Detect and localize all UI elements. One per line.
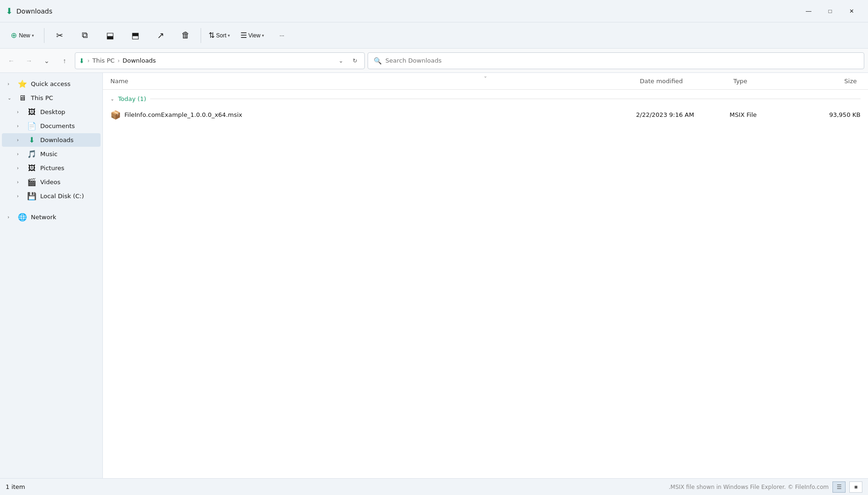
main-area: › ⭐ Quick access ⌄ 🖥 This PC › 🖼 Desktop… — [0, 73, 868, 478]
sidebar-item-documents[interactable]: › 📄 Documents — [2, 119, 101, 133]
sort-caret: ▾ — [228, 33, 230, 38]
pictures-icon: 🖼 — [27, 164, 36, 172]
paste-button[interactable]: ⬓ — [98, 24, 122, 47]
close-button[interactable]: ✕ — [841, 4, 862, 19]
search-bar[interactable]: 🔍 — [368, 52, 864, 69]
quick-access-expand: › — [7, 81, 14, 86]
address-dropdown-button[interactable]: ⌄ — [335, 55, 347, 66]
sidebar-item-pictures[interactable]: › 🖼 Pictures — [2, 161, 101, 175]
delete-button[interactable]: 🗑 — [174, 24, 198, 47]
pictures-expand: › — [17, 165, 23, 171]
back-button[interactable]: ← — [4, 53, 19, 68]
more-icon: ··· — [280, 32, 284, 39]
toolbar: ⊕ New ▾ ✂ ⧉ ⬓ ⬒ ↗ 🗑 ⇅ Sort ▾ ☰ View ▾ — [0, 22, 868, 49]
paste-special-button[interactable]: ⬒ — [123, 24, 147, 47]
view-caret: ▾ — [262, 33, 264, 38]
item-count: 1 item — [6, 483, 25, 490]
file-name: FileInfo.comExample_1.0.0.0_x64.msix — [124, 111, 636, 118]
sidebar-item-network[interactable]: › 🌐 Network — [2, 210, 101, 224]
local-disk-label: Local Disk (C:) — [40, 193, 84, 200]
sort-button[interactable]: ⇅ Sort ▾ — [204, 24, 235, 47]
sidebar-item-music[interactable]: › 🎵 Music — [2, 147, 101, 161]
downloads-label: Downloads — [40, 136, 73, 143]
address-downloads-icon: ⬇ — [79, 57, 85, 65]
sidebar: › ⭐ Quick access ⌄ 🖥 This PC › 🖼 Desktop… — [0, 73, 103, 478]
tiles-view-button[interactable]: ■ — [849, 481, 862, 493]
paste-special-icon: ⬒ — [131, 30, 139, 41]
address-row: ← → ⌄ ↑ ⬇ › This PC › Downloads ⌄ ↻ 🔍 — [0, 49, 868, 73]
this-pc-label: This PC — [31, 94, 53, 101]
more-button[interactable]: ··· — [270, 24, 294, 47]
this-pc-expand: ⌄ — [7, 95, 14, 100]
videos-expand: › — [17, 179, 23, 185]
col-header-size[interactable]: Size — [804, 78, 861, 85]
quick-access-icon: ⭐ — [18, 79, 27, 88]
up-button[interactable]: ↑ — [57, 53, 72, 68]
forward-button[interactable]: → — [22, 53, 36, 68]
music-expand: › — [17, 151, 23, 157]
file-date: 2/22/2023 9:16 AM — [636, 111, 730, 118]
paste-icon: ⬓ — [106, 30, 114, 41]
details-view-button[interactable]: ☰ — [832, 481, 846, 493]
local-disk-expand: › — [17, 194, 23, 199]
toolbar-sep-2 — [201, 28, 201, 43]
status-bar: 1 item .MSIX file shown in Windows File … — [0, 478, 868, 495]
address-bar[interactable]: ⬇ › This PC › Downloads ⌄ ↻ — [75, 52, 365, 69]
group-header-today: ⌄ Today (1) — [103, 92, 868, 106]
cut-icon: ✂ — [56, 30, 63, 41]
scroll-up-button[interactable]: ⌄ — [478, 73, 492, 79]
sidebar-item-local-disk[interactable]: › 💾 Local Disk (C:) — [2, 189, 101, 203]
quick-access-label: Quick access — [31, 80, 71, 87]
view-button[interactable]: ☰ View ▾ — [236, 24, 269, 47]
videos-icon: 🎬 — [27, 178, 36, 187]
sidebar-item-quick-access[interactable]: › ⭐ Quick access — [2, 77, 101, 91]
file-list: ⌄ Today (1) 📦 FileInfo.comExample_1.0.0.… — [103, 90, 868, 478]
expand-button[interactable]: ⌄ — [39, 53, 54, 68]
maximize-button[interactable]: □ — [819, 4, 841, 19]
table-row[interactable]: 📦 FileInfo.comExample_1.0.0.0_x64.msix 2… — [103, 106, 868, 123]
copy-icon: ⧉ — [82, 30, 88, 40]
group-line-today — [150, 99, 861, 99]
sidebar-item-downloads[interactable]: › ⬇ Downloads — [2, 133, 101, 147]
minimize-button[interactable]: — — [798, 4, 819, 19]
this-pc-icon: 🖥 — [18, 93, 27, 102]
new-icon: ⊕ — [11, 31, 17, 40]
content-area: ⌄ Name Date modified Type Size ⌄ Today (… — [103, 73, 868, 478]
downloads-title-icon: ⬇ — [6, 6, 13, 16]
desktop-icon: 🖼 — [27, 108, 36, 116]
sort-label: ⇅ Sort ▾ — [209, 31, 230, 40]
window-controls: — □ ✕ — [798, 4, 862, 19]
share-button[interactable]: ↗ — [148, 24, 173, 47]
documents-expand: › — [17, 123, 23, 129]
documents-label: Documents — [40, 122, 75, 129]
view-label: ☰ View ▾ — [240, 31, 264, 40]
network-label: Network — [31, 214, 56, 221]
network-icon: 🌐 — [18, 213, 27, 222]
file-size: 93,950 KB — [804, 111, 861, 118]
videos-label: Videos — [40, 179, 60, 186]
address-sep-1: › — [117, 57, 120, 64]
refresh-button[interactable]: ↻ — [349, 55, 361, 66]
search-input[interactable] — [385, 57, 858, 64]
group-expand-today[interactable]: ⌄ — [110, 96, 114, 101]
new-button[interactable]: ⊕ New ▾ — [4, 24, 41, 47]
network-expand: › — [7, 215, 14, 220]
column-header-row: ⌄ Name Date modified Type Size — [103, 73, 868, 90]
sidebar-item-desktop[interactable]: › 🖼 Desktop — [2, 105, 101, 119]
sidebar-item-this-pc[interactable]: ⌄ 🖥 This PC — [2, 91, 101, 105]
sidebar-item-videos[interactable]: › 🎬 Videos — [2, 175, 101, 189]
new-label: New ▾ — [19, 32, 34, 39]
music-icon: 🎵 — [27, 150, 36, 158]
col-header-name[interactable]: Name — [110, 78, 636, 85]
cut-button[interactable]: ✂ — [47, 24, 72, 47]
status-right: .MSIX file shown in Windows File Explore… — [669, 481, 862, 493]
music-label: Music — [40, 151, 58, 158]
downloads-expand: › — [17, 137, 23, 143]
file-icon: 📦 — [110, 110, 121, 120]
col-header-type[interactable]: Type — [730, 78, 804, 85]
col-header-date[interactable]: Date modified — [636, 78, 730, 85]
title-bar-left: ⬇ Downloads — [6, 6, 52, 16]
new-caret: ▾ — [32, 33, 34, 38]
copy-button[interactable]: ⧉ — [72, 24, 97, 47]
pictures-label: Pictures — [40, 165, 64, 172]
